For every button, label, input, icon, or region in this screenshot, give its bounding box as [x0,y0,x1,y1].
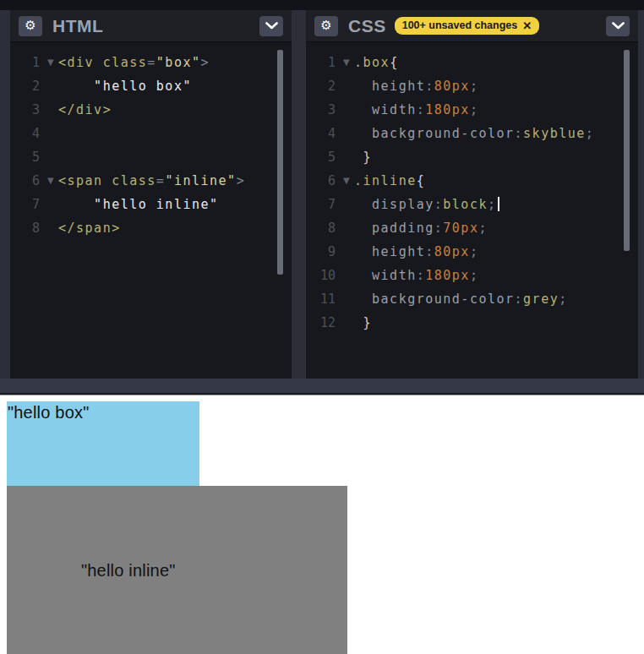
html-panel-title: HTML [52,17,103,35]
fold-gutter [340,311,354,335]
code-text: width:180px; [354,264,478,287]
code-line[interactable]: 2 height:80px; [306,74,638,98]
fold-gutter [44,193,58,216]
close-icon[interactable]: ✕ [522,19,532,33]
html-scrollbar-thumb[interactable] [277,50,283,275]
fold-gutter [340,287,354,311]
fold-gutter [44,122,58,145]
code-line[interactable]: 7 "hello inline" [10,193,292,216]
fold-gutter [340,193,354,216]
code-text: display:block; [354,193,499,216]
panel-resize-gutter[interactable] [292,10,306,379]
line-number: 4 [306,122,340,145]
css-code-editor[interactable]: 1▼.box{2 height:80px;3 width:180px;4 bac… [306,42,638,379]
fold-gutter [340,240,354,264]
chevron-down-icon [265,22,278,30]
code-line[interactable]: 1▼<div class="box"> [10,51,292,74]
text-cursor [498,197,499,211]
html-panel-header: ⚙ HTML [10,10,292,42]
right-gutter [638,10,644,379]
unsaved-changes-label: 100+ unsaved changes [402,19,518,32]
code-line[interactable]: 5 } [306,145,638,169]
gear-icon: ⚙ [25,19,35,32]
css-panel-header: ⚙ CSS 100+ unsaved changes ✕ [306,10,638,42]
html-code-editor[interactable]: 1▼<div class="box">2 "hello box"3</div>4… [10,42,292,379]
fold-gutter [340,98,354,122]
code-text: </div> [58,98,112,122]
code-text: .box{ [354,51,399,74]
code-line[interactable]: 4 [10,122,292,145]
line-number: 10 [306,264,340,287]
line-number: 7 [306,193,340,216]
code-text: padding:70px; [354,216,488,240]
code-text: background-color:skyblue; [354,122,594,145]
chevron-down-icon [612,22,625,30]
editor-top-bar [0,0,644,10]
line-number: 8 [10,216,44,240]
code-line[interactable]: 2 "hello box" [10,74,292,98]
line-number: 3 [306,98,340,122]
code-line[interactable]: 8</span> [10,216,292,240]
fold-arrow-icon[interactable]: ▼ [44,169,58,193]
line-number: 4 [10,122,44,145]
code-text: } [354,145,372,169]
line-number: 3 [10,98,44,122]
code-line[interactable]: 6▼<span class="inline"> [10,169,292,193]
code-text: </span> [58,216,121,240]
fold-gutter [44,216,58,240]
line-number: 1 [10,51,44,74]
css-collapse-button[interactable] [606,16,630,36]
code-line[interactable]: 3</div> [10,98,292,122]
fold-arrow-icon[interactable]: ▼ [44,51,58,74]
line-number: 11 [306,287,340,311]
code-line[interactable]: 11 background-color:grey; [306,287,638,311]
gear-icon: ⚙ [320,19,331,32]
code-text: "hello box" [58,74,192,98]
code-line[interactable]: 9 height:80px; [306,240,638,264]
code-line[interactable]: 5 [10,145,292,169]
css-panel: ⚙ CSS 100+ unsaved changes ✕ 1▼.box{2 he… [306,10,638,379]
code-line[interactable]: 4 background-color:skyblue; [306,122,638,145]
line-number: 9 [306,240,340,264]
fold-gutter [44,145,58,169]
html-collapse-button[interactable] [259,16,283,36]
fold-gutter [340,216,354,240]
code-text: <span class="inline"> [58,169,245,193]
fold-arrow-icon[interactable]: ▼ [340,51,354,74]
fold-arrow-icon[interactable]: ▼ [340,169,354,193]
code-line[interactable]: 8 padding:70px; [306,216,638,240]
code-text: width:180px; [354,98,478,122]
fold-gutter [340,145,354,169]
code-text: "hello inline" [58,193,219,216]
css-scrollbar-thumb[interactable] [624,50,630,251]
fold-gutter [44,98,58,122]
html-settings-button[interactable]: ⚙ [19,16,42,36]
preview-box-element: "hello box" [7,401,199,486]
line-number: 2 [306,74,340,98]
code-line[interactable]: 7 display:block; [306,193,638,216]
preview-pane: "hello box" "hello inline" [0,395,644,654]
line-number: 2 [10,74,44,98]
line-number: 5 [10,145,44,169]
code-line[interactable]: 10 width:180px; [306,264,638,287]
code-text: } [354,311,372,335]
code-editor-screen: ⚙ HTML 1▼<div class="box">2 "hello box"3… [0,0,644,654]
code-line[interactable]: 12 } [306,311,638,335]
line-number: 6 [306,169,340,193]
css-panel-title: CSS [348,17,386,35]
code-line[interactable]: 1▼.box{ [306,51,638,74]
line-number: 1 [306,51,340,74]
css-settings-button[interactable]: ⚙ [314,16,338,36]
line-number: 12 [306,311,340,335]
fold-gutter [340,122,354,145]
code-text: <div class="box"> [58,51,210,74]
line-number: 7 [10,193,44,216]
code-line[interactable]: 3 width:180px; [306,98,638,122]
left-gutter [0,10,10,379]
editor-preview-divider[interactable] [0,379,644,393]
code-text: height:80px; [354,240,478,264]
code-line[interactable]: 6▼.inline{ [306,169,638,193]
editor-panels-row: ⚙ HTML 1▼<div class="box">2 "hello box"3… [0,10,644,379]
preview-inline-element: "hello inline" [7,486,347,654]
unsaved-changes-badge[interactable]: 100+ unsaved changes ✕ [395,17,539,35]
